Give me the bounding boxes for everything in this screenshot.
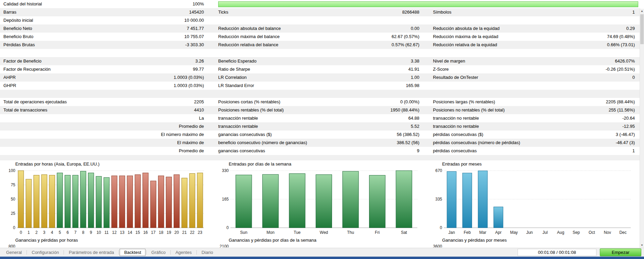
stat-value: 10 000.00 bbox=[184, 16, 204, 24]
stat-label: transacción rentable bbox=[218, 122, 258, 131]
scroll-up-icon[interactable]: ▲ bbox=[640, 9, 644, 14]
table-row: Pérdidas Brutas-3 303.30Reducción relati… bbox=[0, 41, 640, 49]
chart-title: Entradas por horas (Asia, Europa, EE.UU.… bbox=[4, 161, 208, 168]
stat-label: Reducción absoluta del balance bbox=[218, 24, 281, 33]
table-separator-row bbox=[0, 90, 640, 98]
history-quality-bar-fill bbox=[218, 1, 638, 7]
stat-label: Depósito inicial bbox=[3, 16, 33, 24]
stat-label: transacción no rentable bbox=[433, 122, 479, 131]
tester-tabbar: GeneralConfiguraciónParámetros de entrad… bbox=[0, 248, 644, 257]
stat-label: Factor de Beneficio bbox=[3, 57, 41, 65]
stat-label: Total de operaciones ejecutadas bbox=[3, 98, 67, 106]
svg-text:670: 670 bbox=[435, 168, 442, 173]
stat-value: El número máximo de bbox=[161, 131, 204, 139]
stat-value: 64.88 bbox=[408, 114, 419, 122]
table-row: El máximo debeneficio consecutivo (númer… bbox=[0, 139, 640, 147]
stat-value: -20.64 bbox=[622, 114, 635, 122]
table-row: Promedio deganancias consecutivas9pérdid… bbox=[0, 147, 640, 155]
stat-label: Pérdidas Brutas bbox=[3, 41, 35, 49]
svg-text:12: 12 bbox=[112, 230, 117, 235]
tab-par-metros-de-entrada[interactable]: Parámetros de entrada bbox=[65, 249, 118, 256]
history-quality-bar bbox=[218, 1, 638, 7]
stat-label: ganancias consecutivas ($) bbox=[218, 131, 272, 139]
chart-profits-by-hours-partial: Ganancias y pérdidas por horas 800 bbox=[4, 237, 208, 247]
stat-label: pérdidas consecutivas ($) bbox=[433, 131, 483, 139]
tab-agentes[interactable]: Agentes bbox=[171, 249, 196, 256]
stat-value: 41.91 bbox=[408, 65, 419, 73]
tabbar-right: 00:01:08 / 00:01:08 Empezar bbox=[518, 248, 644, 256]
stat-value: Promedio de bbox=[179, 122, 204, 131]
svg-text:Tue: Tue bbox=[294, 230, 301, 235]
tab-configuraci-n[interactable]: Configuración bbox=[28, 249, 63, 256]
svg-text:0: 0 bbox=[20, 230, 22, 235]
stat-label: AHPR bbox=[3, 73, 16, 82]
stat-value: 386.52 (56) bbox=[397, 139, 420, 147]
svg-text:0: 0 bbox=[226, 225, 229, 230]
svg-text:100: 100 bbox=[8, 168, 15, 173]
stat-value: 1.0003 (0.03%) bbox=[174, 73, 204, 82]
chart-title: Entradas por meses bbox=[431, 161, 635, 168]
svg-text:7: 7 bbox=[74, 230, 77, 235]
stat-label: Ticks bbox=[218, 8, 228, 16]
tab-backtest[interactable]: Backtest bbox=[120, 249, 145, 256]
svg-text:3: 3 bbox=[43, 230, 46, 235]
scrollbar-thumb[interactable] bbox=[640, 14, 644, 44]
scroll-down-icon[interactable]: ▼ bbox=[640, 243, 644, 248]
tab-divider bbox=[27, 250, 27, 255]
svg-text:165: 165 bbox=[222, 197, 229, 202]
svg-text:75: 75 bbox=[11, 183, 16, 187]
svg-text:335: 335 bbox=[435, 197, 442, 202]
svg-text:Aug: Aug bbox=[557, 230, 564, 235]
stat-value: 0.29 bbox=[626, 24, 635, 33]
stat-label: Reducción máxima del balance bbox=[218, 33, 280, 41]
svg-text:1: 1 bbox=[28, 230, 30, 235]
svg-text:Fri: Fri bbox=[375, 230, 380, 235]
start-button[interactable]: Empezar bbox=[600, 248, 641, 256]
chart-title: Ganancias y pérdidas por horas bbox=[4, 237, 208, 244]
svg-text:Mar: Mar bbox=[479, 230, 486, 235]
svg-text:17: 17 bbox=[151, 230, 156, 235]
svg-text:Mon: Mon bbox=[266, 230, 274, 235]
stat-value: -12.95 bbox=[622, 122, 635, 131]
svg-text:Jul: Jul bbox=[542, 230, 547, 235]
svg-text:11: 11 bbox=[104, 230, 109, 235]
stat-value: 1 bbox=[632, 147, 635, 155]
svg-text:May: May bbox=[510, 230, 518, 235]
stat-value: El máximo de bbox=[177, 139, 204, 147]
stat-label: transacción no rentable bbox=[433, 114, 479, 122]
stat-value: 0.57% (62.67) bbox=[391, 41, 419, 49]
table-separator-row bbox=[0, 49, 640, 57]
chart-entries-by-hours: Entradas por horas (Asia, Europa, EE.UU.… bbox=[4, 161, 208, 237]
stat-value: 10 755.07 bbox=[184, 33, 204, 41]
svg-text:25: 25 bbox=[11, 211, 16, 216]
stat-label: ganancias consecutivas bbox=[218, 147, 265, 155]
tab-diario[interactable]: Diario bbox=[197, 249, 217, 256]
y-axis-tick: 800 bbox=[4, 244, 15, 247]
table-row: Factor de Beneficio3.26Beneficio Esperad… bbox=[0, 57, 640, 65]
svg-text:22: 22 bbox=[190, 230, 195, 235]
tab-divider bbox=[170, 250, 171, 255]
stat-value: 2205 (88.44%) bbox=[606, 98, 635, 106]
elapsed-time-display: 00:01:08 / 00:01:08 bbox=[518, 249, 596, 256]
stat-value: 8266488 bbox=[402, 8, 419, 16]
stat-label: Posiciones no rentables (% del total) bbox=[433, 106, 505, 114]
svg-text:5: 5 bbox=[59, 230, 61, 235]
svg-text:Sun: Sun bbox=[240, 230, 247, 235]
stat-value: La bbox=[199, 114, 204, 122]
tab-gr-fico[interactable]: Gráfico bbox=[147, 249, 170, 256]
stat-label: transacción rentable bbox=[218, 114, 258, 122]
svg-text:10: 10 bbox=[97, 230, 101, 235]
svg-text:4: 4 bbox=[51, 230, 53, 235]
bar-chart-entries-by-weekday: 0165330SunMonTueWedThuFriSat bbox=[217, 168, 421, 237]
y-axis-tick: 3600 bbox=[431, 244, 442, 247]
vertical-scrollbar[interactable]: ▲ ▼ bbox=[640, 9, 644, 248]
stat-label: pérdidas consecutivas (número de pérdida… bbox=[433, 139, 520, 147]
stat-value: 0 (0.00%) bbox=[400, 98, 419, 106]
svg-text:2: 2 bbox=[35, 230, 38, 235]
stat-value: -46.47 (3) bbox=[616, 139, 635, 147]
stat-label: Reducción absoluta de la equidad bbox=[433, 24, 500, 33]
svg-text:0: 0 bbox=[13, 225, 15, 230]
tab-general[interactable]: General bbox=[2, 249, 26, 256]
stat-value: 99.77 bbox=[193, 65, 204, 73]
stats-table: Barras145420Ticks8266488Símbolos1Depósit… bbox=[0, 8, 640, 155]
